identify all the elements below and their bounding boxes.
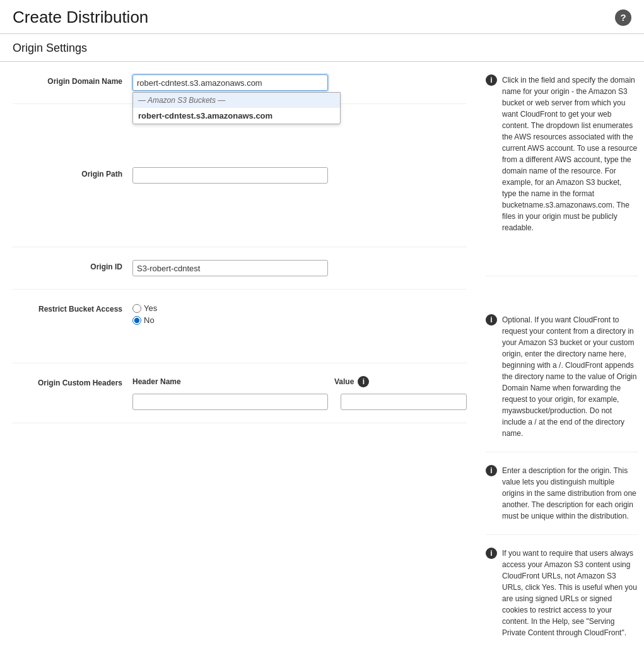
origin-path-control: [132, 167, 467, 184]
help-text-origin-path: Optional. If you want CloudFront to requ…: [502, 314, 638, 439]
origin-path-row: Origin Path: [13, 104, 467, 247]
dropdown-group-header: — Amazon S3 Buckets —: [133, 93, 340, 108]
value-col-label: Value i: [334, 376, 369, 387]
restrict-bucket-access-radio-group: Yes No: [132, 302, 467, 325]
form-help: i Click in the field and specify the dom…: [479, 62, 644, 646]
radio-no[interactable]: [132, 316, 141, 325]
help-text-restrict-bucket: If you want to require that users always…: [502, 548, 638, 638]
header-name-col-label: Header Name: [132, 377, 334, 386]
origin-domain-dropdown[interactable]: — Amazon S3 Buckets — robert-cdntest.s3.…: [132, 92, 341, 124]
header-name-input[interactable]: [132, 394, 328, 410]
help-text-origin-domain: Click in the field and specify the domai…: [502, 74, 638, 233]
form-area: Origin Domain Name — Amazon S3 Buckets —…: [0, 62, 644, 646]
radio-no-text: No: [144, 315, 155, 325]
restrict-bucket-access-label: Restrict Bucket Access: [13, 302, 132, 314]
restrict-bucket-access-control: Yes No: [132, 302, 467, 325]
page-help-icon[interactable]: ?: [615, 9, 631, 26]
origin-path-input[interactable]: [132, 167, 328, 184]
radio-yes-label[interactable]: Yes: [132, 303, 467, 313]
help-text-origin-id: Enter a description for the origin. This…: [502, 465, 638, 522]
radio-yes[interactable]: [132, 304, 141, 313]
header-value-input[interactable]: [341, 394, 467, 410]
form-main: Origin Domain Name — Amazon S3 Buckets —…: [0, 62, 479, 646]
radio-no-label[interactable]: No: [132, 315, 467, 325]
info-icon-origin-path: i: [486, 314, 497, 326]
origin-id-input[interactable]: [132, 260, 328, 276]
origin-domain-name-label: Origin Domain Name: [13, 74, 132, 86]
origin-id-row: Origin ID: [13, 247, 467, 290]
info-icon-origin-id: i: [486, 465, 497, 476]
origin-id-label: Origin ID: [13, 260, 132, 271]
origin-custom-headers-row: Origin Custom Headers Header Name Value …: [13, 363, 467, 423]
radio-yes-text: Yes: [144, 303, 157, 313]
help-restrict-bucket: i If you want to require that users alwa…: [486, 535, 638, 646]
origin-custom-headers-label: Origin Custom Headers: [13, 376, 132, 387]
dropdown-item[interactable]: robert-cdntest.s3.amazonaws.com: [133, 108, 340, 124]
origin-domain-name-input[interactable]: [132, 74, 328, 91]
page-header: Create Distribution ?: [0, 0, 644, 34]
restrict-bucket-access-row: Restrict Bucket Access Yes No: [13, 290, 467, 363]
origin-domain-name-control: — Amazon S3 Buckets — robert-cdntest.s3.…: [132, 74, 467, 91]
help-origin-id: i Enter a description for the origin. Th…: [486, 452, 638, 535]
page-title: Create Distribution: [13, 8, 148, 27]
custom-headers-col-headers: Header Name Value i: [132, 376, 216, 387]
info-icon-restrict-bucket: i: [486, 548, 497, 559]
origin-path-label: Origin Path: [13, 167, 132, 179]
section-title: Origin Settings: [0, 34, 644, 62]
value-col-info-icon[interactable]: i: [358, 376, 369, 387]
origin-domain-name-row: Origin Domain Name — Amazon S3 Buckets —…: [13, 62, 467, 104]
help-origin-path: i Optional. If you want CloudFront to re…: [486, 276, 638, 452]
help-origin-domain-name: i Click in the field and specify the dom…: [486, 62, 638, 276]
info-icon-origin-domain: i: [486, 74, 497, 86]
origin-id-control: [132, 260, 467, 276]
